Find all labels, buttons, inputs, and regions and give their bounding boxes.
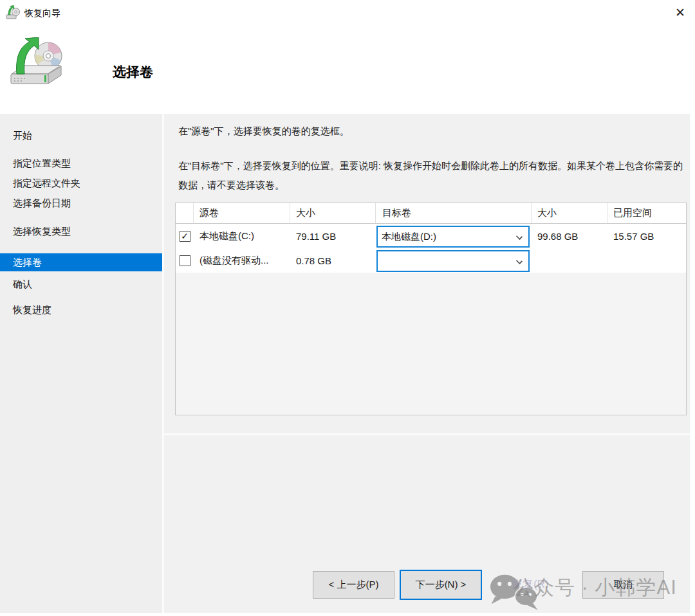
wizard-steps: 开始 指定位置类型 指定远程文件夹 选择备份日期 选择恢复类型 选择卷 确认 恢… [0,114,162,613]
table-empty-area [176,273,686,415]
column-header-size[interactable]: 大小 [290,203,376,223]
page-title: 选择卷 [113,63,153,81]
column-header-target-volume[interactable]: 目标卷 [376,203,532,223]
source-volume-cell: (磁盘没有驱动... [194,248,290,273]
window-right-edge [690,114,695,616]
column-header-checkbox [176,203,194,223]
target-volume-cell: 本地磁盘(D:) [376,224,532,248]
main-panel: 在"源卷"下，选择要恢复的卷的复选框。 在"目标卷"下，选择要恢复到的位置。重要… [164,114,690,613]
used-space-cell [607,248,686,273]
target-volume-dropdown-value: 本地磁盘(D:) [382,231,436,243]
instruction-source-volume: 在"源卷"下，选择要恢复的卷的复选框。 [178,125,349,138]
column-header-used-space[interactable]: 已用空间 [607,203,686,223]
row-checkbox-cell [176,248,194,273]
used-space-cell: 15.57 GB [607,224,686,248]
wizard-body: 开始 指定位置类型 指定远程文件夹 选择备份日期 选择恢复类型 选择卷 确认 恢… [0,114,690,613]
target-volume-dropdown[interactable]: 本地磁盘(D:) [376,226,530,248]
window-bottom-edge [0,613,695,616]
recovery-wizard-window: 恢复向导 ✕ [0,0,695,616]
instruction-target-volume: 在"目标卷"下，选择要恢复到的位置。重要说明: 恢复操作开始时会删除此卷上的所有… [178,156,687,195]
table-header-row: 源卷 大小 目标卷 大小 已用空间 [176,203,686,224]
step-specify-remote-folder: 指定远程文件夹 [0,176,162,190]
step-select-volumes: 选择卷 [0,253,162,271]
step-select-recovery-type: 选择恢复类型 [0,224,162,239]
target-size-cell [532,248,607,273]
volumes-table: 源卷 大小 目标卷 大小 已用空间 ✓ 本地磁盘(C:) 79.11 GB 本地… [175,203,687,415]
target-size-cell: 99.68 GB [532,224,607,248]
restore-app-icon [5,5,21,21]
step-specify-location-type: 指定位置类型 [0,156,162,170]
step-select-backup-date: 选择备份日期 [0,196,162,210]
volume-checkbox[interactable]: ✓ [180,231,190,242]
next-button[interactable]: 下一步(N) > [400,570,482,600]
column-header-source-volume[interactable]: 源卷 [194,203,290,223]
restore-volume-icon [5,37,70,91]
window-title: 恢复向导 [24,8,60,19]
target-volume-cell [376,248,532,273]
table-row[interactable]: (磁盘没有驱动... 0.78 GB [176,248,686,273]
footer-divider [164,433,690,435]
volume-checkbox[interactable] [180,255,190,266]
close-icon[interactable]: ✕ [671,4,690,22]
titlebar: 恢复向导 ✕ [0,0,695,26]
column-header-size-2[interactable]: 大小 [532,203,607,223]
row-checkbox-cell: ✓ [176,224,194,248]
size-cell: 0.78 GB [290,248,376,273]
source-volume-cell: 本地磁盘(C:) [194,224,290,248]
wizard-header: 选择卷 [0,26,695,114]
target-volume-dropdown[interactable] [376,250,530,272]
size-cell: 79.11 GB [290,224,376,248]
chevron-down-icon [516,258,523,264]
step-recovery-progress: 恢复进度 [0,303,162,317]
step-confirmation: 确认 [0,277,162,291]
table-row[interactable]: ✓ 本地磁盘(C:) 79.11 GB 本地磁盘(D:) 99.68 GB 15… [176,224,686,248]
back-button[interactable]: < 上一步(P) [313,571,394,599]
chevron-down-icon [516,233,523,240]
step-start: 开始 [0,129,162,143]
cancel-button[interactable]: 取消 [582,571,664,599]
